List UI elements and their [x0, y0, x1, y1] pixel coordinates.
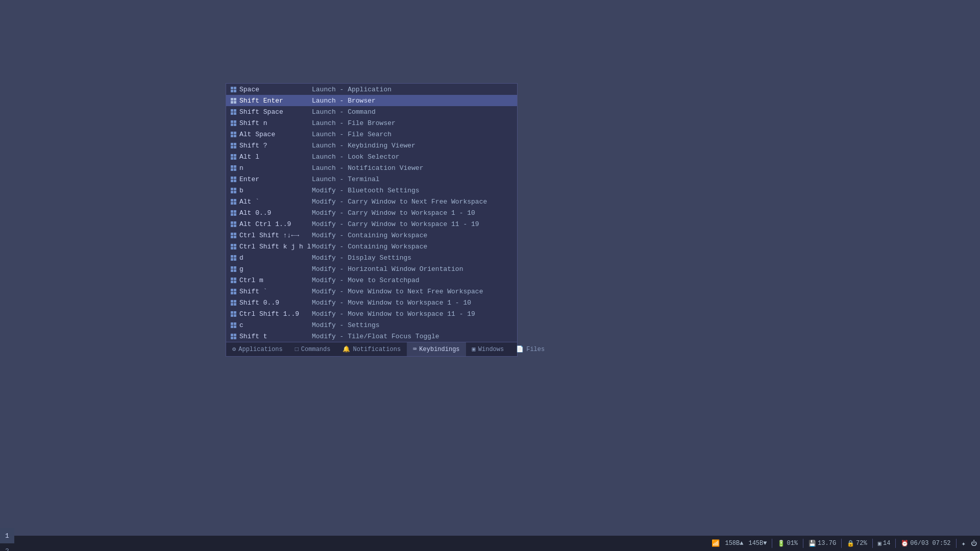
svg-rect-17 — [234, 132, 236, 134]
svg-rect-20 — [231, 143, 233, 145]
workspace-2-button[interactable]: 2 — [0, 543, 14, 551]
kb-row[interactable]: Shift SpaceLaunch - Command — [226, 106, 517, 117]
tab-files-icon: 📄 — [516, 345, 524, 353]
kb-row[interactable]: Shift tModify - Tile/Float Focus Toggle — [226, 331, 517, 342]
kb-row[interactable]: Alt lLaunch - Look Selector — [226, 151, 517, 162]
kb-row[interactable]: Ctrl mModify - Move to Scratchpad — [226, 274, 517, 286]
svg-rect-44 — [231, 210, 233, 213]
battery-value: 01% — [787, 540, 798, 547]
tab-keybindings[interactable]: ⌨Keybindings — [407, 342, 465, 356]
kb-key: d — [230, 254, 312, 262]
windows-logo-icon — [230, 254, 237, 261]
kb-row[interactable]: SpaceLaunch - Application — [226, 84, 517, 95]
windows-logo-icon — [230, 97, 237, 104]
wifi-item: 📶 — [712, 539, 720, 547]
kb-row[interactable]: Shift 0..9Modify - Move Window to Worksp… — [226, 297, 517, 308]
svg-rect-79 — [234, 303, 236, 306]
windows-logo-icon — [230, 220, 237, 228]
windows-logo-icon — [230, 176, 237, 183]
tab-notifications[interactable]: 🔔Notifications — [336, 342, 407, 356]
power-icon: ⏻ — [971, 540, 977, 547]
bluetooth-icon: ✦ — [962, 539, 966, 548]
taskbar-right: 📶 158B▲ 145B▼ 🔋 01% 💾 13.7G 🔒 72% ▣ 14 — [712, 536, 980, 551]
clock-icon: ⏰ — [901, 540, 909, 547]
svg-rect-38 — [231, 191, 233, 193]
kb-key: Alt l — [230, 153, 312, 161]
kb-row[interactable]: Shift EnterLaunch - Browser — [226, 95, 517, 106]
kb-row[interactable]: nLaunch - Notification Viewer — [226, 162, 517, 173]
tab-notifications-icon: 🔔 — [342, 345, 350, 353]
kb-key: Alt ` — [230, 198, 312, 206]
windows-logo-icon — [230, 232, 237, 239]
wifi-icon: 📶 — [712, 539, 720, 547]
tab-bar: ⚙Applications□Commands🔔Notifications⌨Key… — [226, 342, 517, 356]
kb-row[interactable]: cModify - Settings — [226, 319, 517, 331]
kb-row[interactable]: Alt 0..9Modify - Carry Window to Workspa… — [226, 207, 517, 218]
svg-rect-84 — [231, 322, 233, 325]
kb-row[interactable]: Ctrl Shift ↑↓←→Modify - Containing Works… — [226, 230, 517, 241]
kb-key: Shift n — [230, 119, 312, 127]
svg-rect-87 — [234, 325, 236, 328]
workspace-1-button[interactable]: 1 — [0, 528, 14, 543]
svg-rect-33 — [234, 177, 236, 179]
kb-row[interactable]: Shift `Modify - Move Window to Next Free… — [226, 286, 517, 297]
kb-action: Launch - Browser — [312, 97, 513, 105]
brightness-item: 🔒 72% — [847, 540, 867, 547]
svg-rect-13 — [234, 120, 236, 123]
kb-row[interactable]: gModify - Horizontal Window Orientation — [226, 263, 517, 274]
svg-rect-26 — [231, 157, 233, 160]
windows-logo-icon — [230, 187, 237, 194]
tab-applications[interactable]: ⚙Applications — [226, 342, 289, 356]
kb-row[interactable]: EnterLaunch - Terminal — [226, 173, 517, 185]
svg-rect-54 — [231, 236, 233, 238]
kb-row[interactable]: Ctrl Shift k j h lModify - Containing Wo… — [226, 241, 517, 252]
kb-key: Shift ` — [230, 288, 312, 295]
svg-rect-50 — [231, 224, 233, 227]
svg-rect-7 — [234, 101, 236, 104]
svg-rect-81 — [234, 311, 236, 314]
windows-icon: ▣ — [878, 540, 881, 547]
svg-rect-91 — [234, 337, 236, 339]
kb-key: b — [230, 187, 312, 194]
separator-1 — [772, 539, 772, 548]
svg-rect-51 — [234, 224, 236, 227]
svg-rect-42 — [231, 202, 233, 205]
kb-row[interactable]: Alt Ctrl 1..9Modify - Carry Window to Wo… — [226, 218, 517, 230]
disk-item: 💾 13.7G — [808, 540, 836, 547]
windows-logo-icon — [230, 198, 237, 205]
kb-action: Modify - Containing Workspace — [312, 232, 513, 239]
kb-key: Alt Space — [230, 131, 312, 138]
datetime-value: 06/03 07:52 — [910, 540, 950, 547]
svg-rect-67 — [234, 269, 236, 272]
kb-action: Launch - Look Selector — [312, 153, 513, 161]
svg-rect-85 — [234, 322, 236, 325]
svg-rect-70 — [231, 281, 233, 283]
net-down-item: 145B▼ — [748, 540, 767, 547]
svg-rect-83 — [234, 314, 236, 317]
svg-rect-56 — [231, 244, 233, 246]
svg-rect-75 — [234, 292, 236, 294]
svg-rect-28 — [231, 165, 233, 168]
tab-commands[interactable]: □Commands — [289, 342, 337, 356]
kb-action: Modify - Move Window to Workspace 1 - 10 — [312, 299, 513, 307]
svg-rect-1 — [234, 87, 236, 89]
kb-row[interactable]: dModify - Display Settings — [226, 252, 517, 263]
kb-row[interactable]: Shift ?Launch - Keybinding Viewer — [226, 140, 517, 151]
kb-row[interactable]: bModify - Bluetooth Settings — [226, 185, 517, 196]
kb-row[interactable]: Shift nLaunch - File Browser — [226, 117, 517, 129]
svg-rect-32 — [231, 177, 233, 179]
kb-row[interactable]: Alt `Modify - Carry Window to Next Free … — [226, 196, 517, 207]
brightness-value: 72% — [856, 540, 867, 547]
tab-windows[interactable]: ▣Windows — [466, 342, 510, 356]
svg-rect-14 — [231, 123, 233, 126]
windows-logo-icon — [230, 164, 237, 171]
kb-action: Launch - File Search — [312, 131, 513, 138]
kb-row[interactable]: Alt SpaceLaunch - File Search — [226, 129, 517, 140]
kb-key: n — [230, 164, 312, 172]
power-item[interactable]: ⏻ — [971, 540, 977, 547]
tab-files[interactable]: 📄Files — [510, 342, 551, 356]
kb-row[interactable]: Ctrl Shift 1..9Modify - Move Window to W… — [226, 308, 517, 319]
kb-key: Shift 0..9 — [230, 299, 312, 307]
svg-rect-22 — [231, 146, 233, 148]
svg-rect-53 — [234, 233, 236, 235]
